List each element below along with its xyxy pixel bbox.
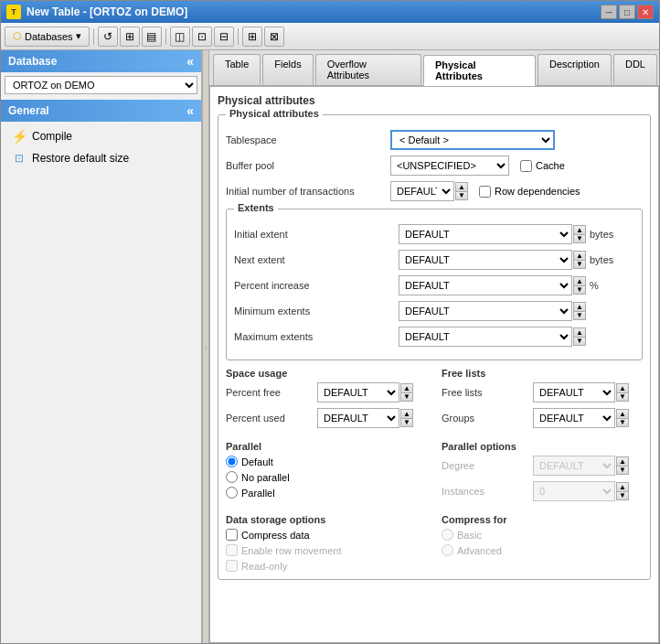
groups-select[interactable]: DEFAULT	[533, 408, 615, 428]
tool6-button[interactable]: ⊠	[264, 27, 284, 47]
buffer-pool-label: Buffer pool	[226, 160, 390, 171]
enable-row-movement-checkbox[interactable]	[226, 544, 238, 556]
panel-title: Physical attributes	[218, 94, 651, 107]
tool3-button[interactable]: ⊡	[192, 27, 212, 47]
percent-used-up[interactable]: ▲	[400, 409, 413, 418]
maximum-extents-label: Maximum extents	[234, 331, 399, 342]
read-only-checkbox[interactable]	[226, 560, 238, 572]
resize-handle[interactable]: ···	[202, 50, 209, 643]
degree-down[interactable]: ▼	[616, 466, 629, 475]
percent-used-down[interactable]: ▼	[400, 418, 413, 427]
percent-increase-select[interactable]: DEFAULT	[399, 275, 572, 295]
sidebar-item-compile[interactable]: ⚡ Compile	[1, 125, 201, 147]
compress-data-checkbox[interactable]	[226, 529, 238, 541]
data-storage-col: Data storage options Compress data Enabl…	[226, 514, 427, 572]
percent-increase-up[interactable]: ▲	[573, 276, 586, 285]
groups-up[interactable]: ▲	[616, 409, 629, 418]
percent-free-select[interactable]: DEFAULT	[317, 382, 399, 402]
maximum-extents-row: Maximum extents DEFAULT ▲ ▼	[234, 327, 634, 347]
databases-dropdown[interactable]: ⬡ Databases ▾	[5, 27, 90, 47]
tool5-button[interactable]: ⊞	[242, 27, 262, 47]
refresh-button[interactable]: ↺	[98, 27, 118, 47]
initial-extent-select[interactable]: DEFAULT	[399, 224, 572, 244]
grid-button[interactable]: ⊞	[120, 27, 140, 47]
init-transactions-up[interactable]: ▲	[455, 182, 468, 191]
initial-extent-up[interactable]: ▲	[573, 225, 586, 234]
free-lists-label: Free lists	[442, 387, 533, 398]
percent-increase-down[interactable]: ▼	[573, 285, 586, 295]
read-only-label: Read-only	[241, 561, 287, 572]
cache-checkbox[interactable]	[520, 160, 532, 172]
compress-basic-row: Basic	[442, 529, 643, 541]
degree-label: Degree	[442, 460, 533, 471]
instances-up[interactable]: ▲	[616, 482, 629, 491]
next-extent-select[interactable]: DEFAULT	[399, 250, 572, 270]
extents-title: Extents	[234, 202, 278, 213]
init-transactions-spinner: ▲ ▼	[455, 182, 468, 200]
maximum-extents-up[interactable]: ▲	[573, 327, 586, 337]
instances-down[interactable]: ▼	[616, 491, 629, 500]
buffer-pool-select[interactable]: <UNSPECIFIED>	[390, 156, 509, 176]
percent-used-row: Percent used DEFAULT ▲ ▼	[226, 408, 427, 428]
toolbar: ⬡ Databases ▾ ↺ ⊞ ▤ ◫ ⊡ ⊟ ⊞ ⊠	[1, 23, 659, 50]
init-transactions-down[interactable]: ▼	[455, 191, 468, 200]
tablespace-select[interactable]: < Default >	[390, 130, 555, 150]
data-storage-title: Data storage options	[226, 514, 427, 525]
free-lists-select[interactable]: DEFAULT	[533, 382, 615, 402]
maximum-extents-down[interactable]: ▼	[573, 337, 586, 346]
instances-select[interactable]: 0	[533, 481, 615, 501]
database-select[interactable]: ORTOZ on DEMO	[5, 76, 197, 94]
tab-ddl[interactable]: DDL	[613, 54, 657, 85]
degree-spinner: ▲ ▼	[616, 456, 629, 475]
sidebar-items: ⚡ Compile ⊡ Restore default size	[1, 122, 201, 173]
advanced-label: Advanced	[457, 545, 502, 556]
close-button[interactable]: ✕	[637, 5, 654, 19]
extents-section: Extents Initial extent DEFAULT ▲ ▼	[226, 209, 643, 360]
percent-free-down[interactable]: ▼	[400, 392, 413, 402]
maximize-button[interactable]: □	[619, 5, 635, 19]
tab-table[interactable]: Table	[213, 54, 261, 85]
tool1-button[interactable]: ▤	[142, 27, 162, 47]
percent-used-select[interactable]: DEFAULT	[317, 408, 399, 428]
tab-description[interactable]: Description	[538, 54, 612, 85]
data-storage-row: Data storage options Compress data Enabl…	[226, 514, 643, 572]
maximum-extents-select[interactable]: DEFAULT	[399, 327, 572, 347]
parallel-yes-row: Parallel	[226, 487, 427, 499]
parallel-no-radio[interactable]	[226, 471, 238, 483]
sidebar-restore-label: Restore default size	[32, 152, 129, 165]
compress-basic-radio[interactable]	[442, 529, 453, 541]
minimum-extents-select[interactable]: DEFAULT	[399, 301, 572, 321]
physical-attributes-panel: Physical attributes Physical attributes …	[209, 86, 659, 643]
initial-extent-down[interactable]: ▼	[573, 234, 586, 243]
degree-up[interactable]: ▲	[616, 456, 629, 466]
buffer-pool-row: Buffer pool <UNSPECIFIED> Cache	[226, 156, 643, 176]
sidebar-item-restore[interactable]: ⊡ Restore default size	[1, 147, 201, 169]
parallel-row: Parallel Default No parallel	[226, 441, 643, 507]
next-extent-spinner: ▲ ▼	[573, 251, 586, 269]
row-dependencies-checkbox[interactable]	[479, 186, 491, 198]
init-transactions-label: Initial number of transactions	[226, 186, 390, 197]
degree-select[interactable]: DEFAULT	[533, 456, 615, 476]
tablespace-label: Tablespace	[226, 134, 390, 145]
tab-physical[interactable]: Physical Attributes	[423, 55, 536, 86]
next-extent-up[interactable]: ▲	[573, 251, 586, 260]
window-title: New Table - [ORTOZ on DEMO]	[27, 5, 187, 18]
parallel-default-radio[interactable]	[226, 456, 238, 467]
next-extent-down[interactable]: ▼	[573, 260, 586, 269]
percent-free-up[interactable]: ▲	[400, 383, 413, 392]
minimum-extents-up[interactable]: ▲	[573, 302, 586, 311]
free-lists-down[interactable]: ▼	[616, 392, 629, 402]
sidebar-database-expand[interactable]: «	[186, 54, 194, 69]
minimum-extents-down[interactable]: ▼	[573, 311, 586, 320]
tab-overflow[interactable]: Overflow Attributes	[315, 54, 421, 85]
parallel-yes-radio[interactable]	[226, 487, 238, 499]
tool2-button[interactable]: ◫	[170, 27, 190, 47]
init-transactions-select[interactable]: DEFAULT	[390, 181, 454, 201]
compress-advanced-radio[interactable]	[442, 544, 453, 556]
minimize-button[interactable]: ─	[601, 5, 617, 19]
tab-fields[interactable]: Fields	[262, 54, 313, 85]
free-lists-up[interactable]: ▲	[616, 383, 629, 392]
tool4-button[interactable]: ⊟	[214, 27, 234, 47]
sidebar-general-expand[interactable]: «	[186, 103, 194, 118]
groups-down[interactable]: ▼	[616, 418, 629, 427]
